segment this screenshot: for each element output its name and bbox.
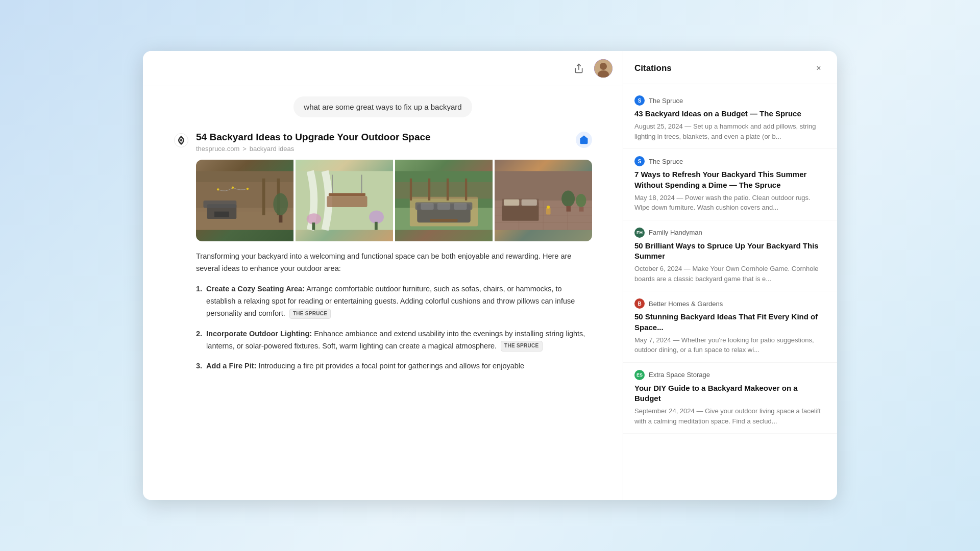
list-num-2: 2. [196,328,202,353]
citation-badge-1[interactable]: THE SPRUCE [289,309,331,319]
close-citations-button[interactable]: × [812,61,826,76]
citation-title-2: 7 Ways to Refresh Your Backyard This Sum… [634,169,826,190]
citation-snippet-2: May 18, 2024 — Power wash the patio. Cle… [634,193,826,213]
chat-header [143,51,623,86]
backyard-image-1 [196,160,293,241]
response-body: 54 Backyard Ideas to Upgrade Your Outdoo… [196,132,592,381]
main-area: what are some great ways to fix up a bac… [143,51,623,500]
result-title-section: 54 Backyard Ideas to Upgrade Your Outdoo… [196,132,431,160]
citation-source-5: ES Extra Space Storage [634,370,826,380]
citation-title-5: Your DIY Guide to a Backyard Makeover on… [634,383,826,404]
svg-rect-41 [447,179,449,201]
svg-rect-53 [504,199,519,206]
citations-title: Citations [634,63,672,73]
svg-rect-39 [410,179,412,201]
ai-response: 54 Backyard Ideas to Upgrade Your Outdoo… [174,132,592,381]
result-title: 54 Backyard Ideas to Upgrade Your Outdoo… [196,132,431,143]
citation-badge-2[interactable]: THE SPRUCE [501,341,542,352]
source-icon-bhg: B [634,298,645,309]
citation-item[interactable]: S The Spruce 7 Ways to Refresh Your Back… [623,149,837,220]
citations-panel: Citations × S The Spruce 43 Backyard Ide… [623,51,837,500]
citation-source-3: FH Family Handyman [634,228,826,238]
svg-point-14 [217,188,219,190]
source-icon-spruce-1: S [634,95,645,106]
source-name-1: The Spruce [649,97,683,105]
response-description: Transforming your backyard into a welcom… [196,251,592,275]
svg-point-5 [180,139,183,142]
breadcrumb-sep: > [242,145,247,153]
list-num-3: 3. [196,360,202,372]
list-heading-3: Add a Fire Pit: [206,362,256,370]
svg-point-25 [307,213,322,224]
svg-rect-19 [296,171,393,230]
svg-rect-21 [329,193,365,196]
svg-rect-12 [203,201,236,208]
user-message: what are some great ways to fix up a bac… [293,96,472,117]
citation-item[interactable]: ES Extra Space Storage Your DIY Guide to… [623,363,837,434]
svg-rect-24 [327,196,367,207]
result-breadcrumb[interactable]: thespruce.com > backyard ideas [196,145,431,153]
svg-rect-27 [312,222,315,230]
svg-point-17 [273,193,288,215]
svg-rect-51 [502,203,538,221]
citations-header: Citations × [623,51,837,84]
citation-snippet-5: September 24, 2024 — Give your outdoor l… [634,406,826,426]
bookmark-button[interactable] [576,132,592,148]
source-name-4: Better Homes & Gardens [649,300,723,308]
svg-point-16 [247,188,249,190]
chat-content: what are some great ways to fix up a bac… [143,86,623,500]
svg-rect-8 [196,182,293,212]
list-content-1: Create a Cozy Seating Area: Arrange comf… [206,283,592,320]
list-item: 3. Add a Fire Pit: Introducing a fire pi… [196,360,592,372]
list-content-2: Incorporate Outdoor Lighting: Enhance am… [206,328,592,353]
avatar[interactable] [594,59,612,78]
svg-rect-9 [262,179,265,215]
share-button[interactable] [570,59,588,78]
citation-snippet-4: May 7, 2024 — Whether you're looking for… [634,335,826,355]
svg-rect-38 [395,182,493,198]
citation-source-2: S The Spruce [634,156,826,166]
citation-snippet-3: October 6, 2024 — Make Your Own Cornhole… [634,264,826,284]
svg-rect-6 [196,171,293,230]
svg-point-56 [576,194,586,207]
list-item: 2. Incorporate Outdoor Lighting: Enhance… [196,328,592,353]
breadcrumb-site: thespruce.com [196,145,239,153]
svg-rect-59 [546,208,551,214]
list-text-3: Introducing a fire pit provides a focal … [258,362,524,370]
source-name-2: The Spruce [649,158,683,165]
svg-rect-58 [579,207,584,212]
list-item: 1. Create a Cozy Seating Area: Arrange c… [196,283,592,320]
source-icon-fh: FH [634,228,645,238]
svg-point-26 [369,210,384,223]
source-name-3: Family Handyman [649,229,702,236]
backyard-image-4 [495,160,592,241]
citation-title-4: 50 Stunning Backyard Ideas That Fit Ever… [634,312,826,333]
svg-rect-28 [375,222,378,230]
citation-item[interactable]: FH Family Handyman 50 Brilliant Ways to … [623,220,837,292]
citation-source-4: B Better Homes & Gardens [634,298,826,309]
citation-item[interactable]: B Better Homes & Gardens 50 Stunning Bac… [623,291,837,363]
list-num-1: 1. [196,283,202,320]
svg-rect-35 [437,203,450,210]
breadcrumb-path: backyard ideas [250,145,294,153]
list-heading-2: Incorporate Outdoor Lighting: [206,330,312,338]
svg-rect-31 [410,197,478,227]
close-icon: × [816,64,821,73]
backyard-image-2 [296,160,393,241]
app-container: what are some great ways to fix up a bac… [143,51,837,500]
result-header: 54 Backyard Ideas to Upgrade Your Outdoo… [196,132,592,160]
citation-title-1: 43 Backyard Ideas on a Budget — The Spru… [634,109,826,119]
svg-rect-37 [430,219,457,222]
citation-item[interactable]: S The Spruce 43 Backyard Ideas on a Budg… [623,88,837,149]
svg-rect-33 [415,203,473,210]
backyard-image-3 [395,160,493,241]
svg-rect-54 [522,199,537,206]
svg-point-15 [232,187,234,189]
source-icon-spruce-2: S [634,156,645,166]
svg-point-60 [547,206,550,209]
list-items: 1. Create a Cozy Seating Area: Arrange c… [196,283,592,373]
svg-point-55 [561,191,575,207]
source-name-5: Extra Space Storage [649,371,710,379]
images-grid [196,160,592,241]
svg-rect-52 [502,198,538,206]
